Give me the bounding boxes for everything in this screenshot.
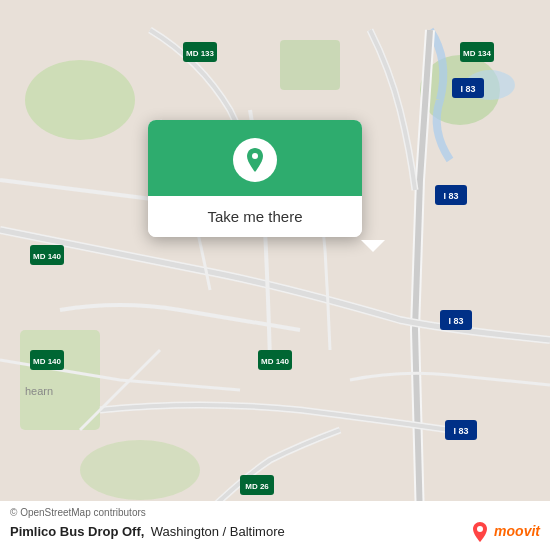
svg-text:MD 140: MD 140 bbox=[261, 357, 290, 366]
svg-text:I 83: I 83 bbox=[460, 84, 475, 94]
svg-rect-5 bbox=[280, 40, 340, 90]
svg-point-4 bbox=[80, 440, 200, 500]
svg-text:MD 140: MD 140 bbox=[33, 357, 62, 366]
svg-text:I 83: I 83 bbox=[448, 316, 463, 326]
moovit-logo: moovit bbox=[469, 520, 540, 542]
svg-text:MD 134: MD 134 bbox=[463, 49, 492, 58]
popup-card: Take me there bbox=[148, 120, 362, 237]
location-info: Pimlico Bus Drop Off, Washington / Balti… bbox=[10, 522, 285, 540]
popup-arrow bbox=[361, 240, 385, 252]
svg-text:hearn: hearn bbox=[25, 385, 53, 397]
attribution-text: © OpenStreetMap contributors bbox=[10, 507, 146, 518]
svg-point-29 bbox=[477, 526, 483, 532]
location-icon-circle bbox=[233, 138, 277, 182]
moovit-brand-icon bbox=[469, 520, 491, 542]
svg-text:I 83: I 83 bbox=[443, 191, 458, 201]
bottom-bar: © OpenStreetMap contributors Pimlico Bus… bbox=[0, 501, 550, 550]
svg-point-1 bbox=[25, 60, 135, 140]
location-city: Washington / Baltimore bbox=[151, 524, 285, 539]
svg-text:MD 26: MD 26 bbox=[245, 482, 269, 491]
map-background: I 83 I 83 I 83 I 83 MD 133 MD 134 MD 140… bbox=[0, 0, 550, 550]
take-me-there-button[interactable]: Take me there bbox=[148, 196, 362, 237]
attribution: © OpenStreetMap contributors bbox=[10, 507, 540, 518]
location-name: Pimlico Bus Drop Off, bbox=[10, 524, 144, 539]
svg-text:MD 140: MD 140 bbox=[33, 252, 62, 261]
svg-text:MD 133: MD 133 bbox=[186, 49, 215, 58]
moovit-text: moovit bbox=[494, 523, 540, 539]
popup-header bbox=[148, 120, 362, 196]
svg-text:I 83: I 83 bbox=[453, 426, 468, 436]
svg-point-28 bbox=[252, 153, 258, 159]
location-pin-icon bbox=[243, 146, 267, 174]
svg-rect-3 bbox=[20, 330, 100, 430]
location-title-row: Pimlico Bus Drop Off, Washington / Balti… bbox=[10, 520, 540, 542]
map-container: I 83 I 83 I 83 I 83 MD 133 MD 134 MD 140… bbox=[0, 0, 550, 550]
